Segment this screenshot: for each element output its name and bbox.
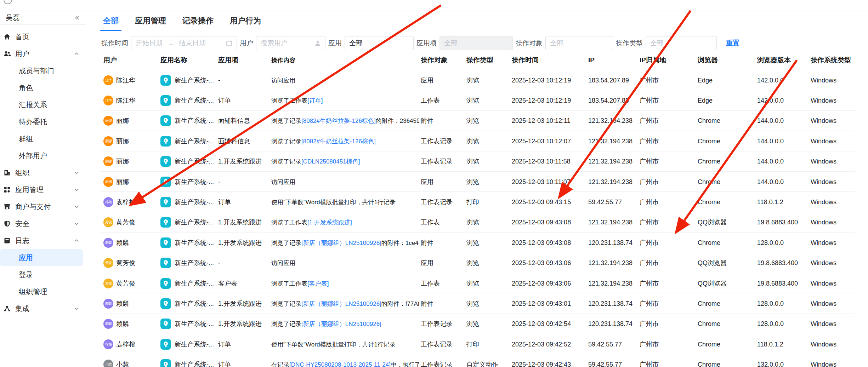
sidebar-item-label: 登录 — [19, 270, 33, 280]
sidebar-item-organization[interactable]: 组织 — [0, 164, 86, 181]
record-link[interactable]: [新店（丽娜组）LN25100926] — [301, 239, 381, 247]
user-name: 丽娜 — [116, 116, 129, 125]
app-item-cell: - — [218, 76, 220, 84]
tab-app-management[interactable]: 应用管理 — [132, 11, 169, 31]
os-cell: Windows — [811, 320, 836, 328]
browser-version-cell: 142.0.0.0 — [757, 97, 784, 104]
region-cell: 广州市 — [640, 178, 659, 186]
sidebar-item-home[interactable]: 首页 — [0, 28, 86, 45]
app-name-cell: 新生产系统-... — [160, 258, 214, 268]
security-icon — [4, 220, 12, 227]
app-name: 新生产系统-... — [175, 360, 214, 367]
user-search-box[interactable] — [256, 36, 325, 50]
app-name-cell: 新生产系统-... — [160, 237, 214, 248]
sidebar-item-external-users[interactable]: 外部用户 — [0, 147, 86, 164]
record-link[interactable]: [订单] — [307, 97, 323, 105]
sidebar-item-logs[interactable]: 日志 — [0, 232, 86, 249]
time-cell: 2025-12-03 09:43:01 — [512, 300, 571, 307]
avatar: 芳俊 — [103, 217, 113, 227]
tab-record-operation[interactable]: 记录操作 — [180, 11, 216, 31]
record-link[interactable]: [8082#牛奶丝拉架-126棕色] — [301, 137, 376, 145]
tab-user-behavior[interactable]: 用户行为 — [227, 11, 264, 31]
sidebar-item-merchant-payment[interactable]: 商户与支付 — [0, 198, 86, 215]
column-header: 浏览器 — [698, 56, 718, 65]
sidebar-item-integration[interactable]: 集成 — [0, 300, 86, 317]
table-row: 江华 陈江华 新生产系统-... - 访问应用 应用 浏览 2025-12-03… — [86, 70, 868, 90]
sidebar-item-log-app[interactable]: 应用 — [0, 249, 83, 266]
sidebar-user-row: 吴磊 « — [0, 11, 86, 25]
browser-version-cell: 19.8.6883.400 — [757, 280, 798, 287]
ip-cell: 59.42.55.77 — [588, 340, 622, 348]
app-item-select-value: 全部 — [444, 39, 458, 48]
time-cell: 2025-12-03 09:43:08 — [512, 239, 571, 246]
ip-cell: 121.32.194.238 — [588, 137, 632, 145]
collapse-sidebar-icon[interactable]: « — [75, 14, 79, 22]
region-cell: 广州市 — [640, 198, 659, 206]
target-cell: 应用 — [421, 76, 433, 85]
app-item-cell: 面辅料信息 — [218, 116, 250, 125]
user-name: 袁梓榕 — [116, 340, 135, 349]
app-item-cell: 订单 — [218, 360, 231, 367]
sidebar-item-reporting-relations[interactable]: 汇报关系 — [0, 96, 86, 113]
app-icon — [160, 95, 171, 106]
target-cell: 工作表 — [421, 218, 440, 226]
record-link[interactable]: [8082#牛奶丝拉架-126棕色] — [301, 117, 376, 125]
sidebar-item-groups[interactable]: 群组 — [0, 130, 86, 147]
column-header: 应用名称 — [160, 56, 187, 65]
reset-button[interactable]: 重置 — [726, 39, 739, 48]
user-name: 黄芳俊 — [116, 218, 135, 226]
app-select[interactable]: 全部 — [345, 36, 414, 50]
user-cell: 丽娜 丽娜 — [103, 136, 129, 146]
sidebar-item-log-login[interactable]: 登录 — [0, 266, 86, 283]
column-header: 用户 — [103, 56, 117, 65]
ip-cell: 121.32.194.238 — [588, 117, 632, 125]
user-cell: 梓榕 袁梓榕 — [103, 197, 135, 207]
filter-bar: 操作时间 开始日期 → 结束日期 用户 应用 全部 应用项 — [86, 31, 868, 50]
date-range-picker[interactable]: 开始日期 → 结束日期 — [131, 36, 237, 50]
record-link[interactable]: [新店（丽娜组）LN25100926] — [301, 320, 381, 328]
app-name: 新生产系统-... — [175, 320, 214, 328]
browser-cell: Chrome — [698, 199, 720, 206]
app-icon — [160, 298, 171, 309]
sidebar-item-security[interactable]: 安全 — [0, 215, 86, 232]
sidebar-item-app-management[interactable]: 应用管理 — [0, 181, 86, 198]
user-cell: 丽娜 丽娜 — [103, 177, 129, 187]
operation-content-cell: 浏览了记录[新店（丽娜组）LN25100926]的附件：1ce4acd5... — [271, 239, 419, 247]
type-select[interactable]: 全部 — [646, 36, 717, 50]
table-row: 丽娜 丽娜 新生产系统-... - 访问应用 应用 浏览 2025-12-03 … — [86, 172, 868, 192]
os-cell: Windows — [811, 117, 836, 125]
record-link[interactable]: [新店（丽娜组）LN25100926] — [301, 299, 381, 308]
app-name: 新生产系统-... — [175, 239, 214, 247]
end-date-placeholder: 结束日期 — [179, 39, 206, 48]
target-select[interactable]: 全部 — [545, 36, 613, 50]
user-cell: 赖麟 赖麟 — [103, 238, 129, 248]
sidebar-item-label: 应用 — [19, 253, 33, 263]
record-link[interactable]: [DNC-HY25080208-1013-2025-11-24] — [289, 361, 391, 367]
app-item-select: 全部 — [439, 36, 513, 50]
table-row: 赖麟 赖麟 新生产系统-... 1.开发系统跟进 浏览了记录[新店（丽娜组）LN… — [86, 293, 868, 314]
table-row: 江华 陈江华 新生产系统-... 订单 浏览了工作表[订单] 工作表 浏览 20… — [86, 90, 868, 110]
record-link[interactable]: [客户表] — [307, 279, 329, 287]
column-header: IP归属地 — [640, 56, 666, 65]
region-cell: 广州市 — [640, 239, 659, 247]
sidebar-item-label: 组织管理 — [19, 287, 47, 297]
sidebar-item-users[interactable]: 用户 — [0, 45, 86, 62]
browser-version-cell: 144.0.0.0 — [757, 158, 784, 165]
sidebar-item-label: 首页 — [15, 32, 29, 42]
app-item-cell: - — [218, 259, 220, 267]
app-name: 新生产系统-... — [175, 299, 214, 308]
record-link[interactable]: [1.开发系统跟进] — [307, 218, 352, 226]
range-arrow-icon: → — [168, 40, 174, 47]
sidebar-item-todo-delegation[interactable]: 待办委托 — [0, 113, 86, 130]
region-cell: 广州市 — [640, 96, 659, 105]
user-search-input[interactable] — [261, 39, 307, 47]
sidebar-item-members-departments[interactable]: 成员与部门 — [0, 62, 86, 79]
app-name: 新生产系统-... — [175, 198, 214, 206]
sidebar-item-log-org-management[interactable]: 组织管理 — [0, 283, 86, 300]
browser-cell: Chrome — [698, 340, 720, 348]
user-cell: 芳俊 黄芳俊 — [103, 258, 135, 268]
record-link[interactable]: [CDLN25080451棕色] — [301, 157, 360, 166]
sidebar-item-roles[interactable]: 角色 — [0, 79, 86, 96]
tab-all[interactable]: 全部 — [100, 11, 121, 31]
column-header: 操作内容 — [271, 56, 295, 64]
